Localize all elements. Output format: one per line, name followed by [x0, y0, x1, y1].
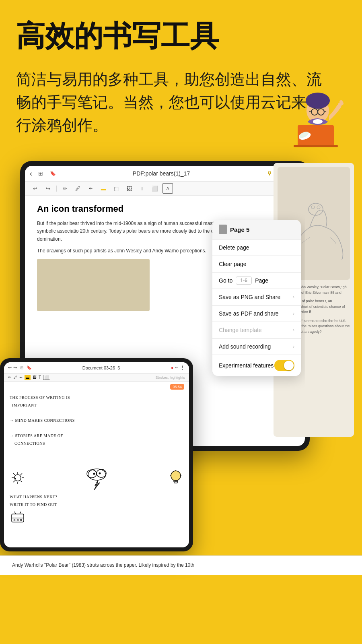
- svg-marker-33: [94, 480, 100, 490]
- page-word-label: Page: [255, 277, 268, 284]
- save-png-label: Save as PNG and Share: [219, 294, 280, 300]
- undo-button[interactable]: ↩: [30, 183, 40, 194]
- small-content: 05:54 The Process of Writing is Importan…: [4, 382, 189, 547]
- svg-line-27: [21, 473, 22, 475]
- save-pdf-chevron: ›: [293, 311, 294, 316]
- toggle-knob: [284, 361, 294, 370]
- context-menu: Page 5 Delete page Clear page Go to: [212, 220, 301, 376]
- svg-line-28: [13, 481, 15, 482]
- timer-badge: 05:54: [170, 384, 184, 390]
- handwriting-area: The Process of Writing is Important → Mi…: [10, 394, 183, 526]
- save-png-menu-item[interactable]: Save as PNG and Share ›: [212, 289, 301, 305]
- svg-point-47: [20, 519, 22, 521]
- small-drawing-bar: ✏ 🖊 ✒ ▬ 🖼 T ⬜ Strokes, highlights: [4, 374, 189, 382]
- svg-point-18: [311, 206, 315, 209]
- change-template-menu-item[interactable]: Change template ›: [212, 322, 301, 339]
- small-highlighter[interactable]: ▬: [25, 375, 31, 380]
- highlighter-tool[interactable]: ▬: [98, 183, 109, 194]
- typewriter-doodle: [10, 511, 26, 525]
- svg-rect-39: [174, 482, 177, 483]
- small-textbox[interactable]: T: [39, 375, 41, 380]
- article-title: An icon transformed: [37, 204, 293, 214]
- svg-point-3: [306, 93, 330, 109]
- toolbar-left-icons: ⊞ 🔖: [36, 169, 57, 178]
- image-tool[interactable]: 🖼: [124, 183, 134, 194]
- small-tablet-screen: ↩ ↪ ⊞ 🔖 Document 03-26_6 ● ✏ ⋮ ✏ 🖊 ✒ ▬: [4, 362, 189, 547]
- grid-icon[interactable]: ⊞: [36, 169, 45, 178]
- svg-point-13: [339, 100, 343, 103]
- bottom-strip: Andy Warhol's "Polar Bear" (1983) struts…: [0, 555, 362, 575]
- sun-doodle: [10, 470, 26, 486]
- page-label: Page 5: [230, 226, 249, 233]
- back-button[interactable]: ‹: [30, 169, 32, 178]
- svg-line-9: [309, 111, 311, 112]
- drawing-toolbar: ↩ ↪ | ✏ 🖊 ✒ ▬ ⬚ 🖼 T ⬜ A: [25, 182, 305, 196]
- change-template-label: Change template: [219, 327, 262, 333]
- pen-tool[interactable]: 🖊: [72, 183, 83, 194]
- save-pdf-label: Save as PDF and share: [219, 310, 279, 317]
- svg-point-29: [14, 478, 16, 479]
- redo-button[interactable]: ↪: [43, 183, 53, 194]
- add-sound-label: Add sound recording: [219, 343, 271, 350]
- page-icon: [219, 225, 227, 234]
- goto-page-row: Go to Page: [212, 272, 301, 289]
- delete-page-label: Delete page: [219, 244, 249, 251]
- small-toolbar: ↩ ↪ ⊞ 🔖 Document 03-26_6 ● ✏ ⋮: [4, 362, 189, 374]
- tablets-area: ‹ ⊞ 🔖 PDF:polar bears(1)_17 🎙 ✏ ⋮ ↩: [0, 161, 362, 564]
- svg-point-45: [14, 519, 15, 521]
- experimental-toggle[interactable]: [274, 360, 294, 371]
- experimental-label: Experimental features: [219, 362, 274, 369]
- character-illustration: [274, 68, 354, 159]
- main-toolbar: ‹ ⊞ 🔖 PDF:polar bears(1)_17 🎙 ✏ ⋮: [25, 166, 305, 182]
- small-shapes[interactable]: ⬜: [43, 375, 50, 380]
- text-tool[interactable]: T: [137, 183, 147, 194]
- pencil-tool[interactable]: ✏: [60, 183, 70, 194]
- svg-point-35: [99, 473, 101, 475]
- change-template-chevron: ›: [293, 327, 294, 333]
- cloud-lightning-doodle: [83, 466, 111, 490]
- lightbulb-doodle: [168, 469, 183, 487]
- goto-input[interactable]: [236, 277, 252, 285]
- textbox-tool[interactable]: A: [162, 183, 173, 194]
- small-pen[interactable]: 🖊: [13, 375, 17, 380]
- svg-point-34: [93, 473, 95, 475]
- svg-line-48: [14, 512, 16, 514]
- small-back-icon[interactable]: ↩: [8, 365, 12, 370]
- svg-point-20: [14, 475, 21, 481]
- add-sound-chevron: ›: [293, 344, 294, 349]
- svg-line-49: [20, 512, 21, 514]
- marker-tool[interactable]: ✒: [85, 183, 96, 194]
- save-pdf-menu-item[interactable]: Save as PDF and share ›: [212, 305, 301, 322]
- doc-title-label[interactable]: PDF:polar bears(1)_17: [60, 170, 263, 177]
- mic-icon[interactable]: 🎙: [265, 169, 274, 178]
- bottom-text: Andy Warhol's "Polar Bear" (1983) struts…: [12, 561, 350, 569]
- small-image[interactable]: 🖼: [33, 375, 37, 380]
- goto-label: Go to: [219, 277, 232, 284]
- clear-page-menu-item[interactable]: Clear page: [212, 256, 301, 272]
- shapes-tool[interactable]: ⬜: [150, 183, 160, 194]
- delete-page-menu-item[interactable]: Delete page: [212, 239, 301, 256]
- add-sound-menu-item[interactable]: Add sound recording ›: [212, 339, 301, 355]
- svg-line-25: [13, 473, 15, 475]
- small-marker[interactable]: ✒: [19, 375, 23, 380]
- svg-rect-1: [294, 145, 338, 147]
- document-image: [37, 259, 150, 311]
- svg-line-26: [21, 481, 22, 482]
- svg-line-10: [324, 111, 326, 112]
- experimental-features-menu-item[interactable]: Experimental features: [212, 355, 301, 376]
- small-doc-title: Document 03-26_6: [33, 365, 169, 370]
- save-png-chevron: ›: [293, 294, 294, 300]
- clear-page-label: Clear page: [219, 261, 247, 267]
- selection-tool[interactable]: ⬚: [111, 183, 121, 194]
- small-redo-icon[interactable]: ↪: [13, 365, 17, 370]
- strokes-label: Strokes, highlights: [155, 376, 185, 380]
- svg-point-14: [313, 119, 323, 124]
- small-pencil[interactable]: ✏: [8, 375, 11, 380]
- main-title: 高效的书写工具: [16, 20, 346, 52]
- context-menu-header: Page 5: [212, 220, 301, 239]
- bookmark-icon[interactable]: 🔖: [48, 169, 57, 178]
- svg-point-46: [17, 519, 19, 521]
- svg-point-19: [317, 206, 320, 209]
- small-tablet: ↩ ↪ ⊞ 🔖 Document 03-26_6 ● ✏ ⋮ ✏ 🖊 ✒ ▬: [0, 358, 193, 551]
- svg-point-32: [97, 469, 106, 477]
